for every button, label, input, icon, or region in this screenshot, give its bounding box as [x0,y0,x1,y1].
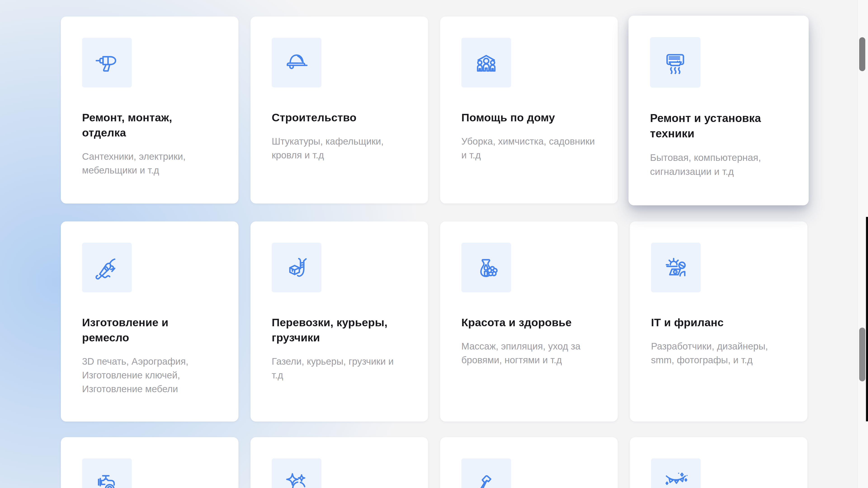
card-subtitle: Газели, курьеры, грузчики и т.д [272,355,407,382]
card-subtitle: Бытовая, компьютерная, сигнализации и т.… [650,151,787,178]
category-card-beauty-health[interactable]: Красота и здоровье Массаж, эпиляция, ухо… [440,221,618,422]
card-subtitle: Сантехники, электрики, мебельщики и т.д [82,150,217,177]
aroma-lamp-icon [473,254,500,281]
category-card-crafts[interactable]: Изготовление и ремесло 3D печать, Аэрогр… [61,221,239,422]
pen-3d-icon [94,254,120,281]
drill-icon [94,49,120,76]
card-title: Помощь по дому [461,110,596,125]
card-title: Красота и здоровье [461,315,596,330]
hard-hat-icon [283,49,310,76]
hand-truck-icon [283,254,310,281]
card-title: Перевозки, курьеры, грузчики [272,315,407,345]
screen-edge-dark-strip [866,217,868,421]
icon-tile [651,458,701,488]
category-card-repair-finishing[interactable]: Ремонт, монтаж, отделка Сантехники, элек… [61,17,239,203]
card-title: Ремонт и установка техники [650,110,787,141]
card-subtitle: Разработчики, дизайнеры, smm, фотографы,… [651,339,786,367]
party-garland-icon [662,470,689,488]
laptop-sun-icon [662,254,689,281]
card-title: IT и фриланс [651,315,786,330]
category-card-it-freelance[interactable]: IT и фриланс Разработчики, дизайнеры, sm… [630,221,807,422]
page-scrollbar-thumb[interactable] [859,37,865,71]
category-card-household-help[interactable]: Помощь по дому Уборка, химчистка, садовн… [440,17,618,203]
category-card-partial-4[interactable] [630,437,807,488]
cleaning-sparkles-icon [283,470,310,488]
icon-tile [461,38,511,88]
icon-tile [461,242,511,292]
air-conditioner-icon [662,49,689,76]
icon-tile [651,242,701,292]
pipe-valve-icon [94,470,120,488]
icon-tile [461,458,511,488]
family-home-icon [473,49,500,76]
category-card-construction[interactable]: Строительство Штукатуры, кафельщики, кро… [250,17,428,203]
grid-row-2: Изготовление и ремесло 3D печать, Аэрогр… [61,221,868,422]
icon-tile [272,242,321,292]
card-subtitle: Уборка, химчистка, садовники и т.д [461,134,596,162]
card-subtitle: Штукатуры, кафельщики, кровля и т.д [272,134,407,162]
icon-tile [272,458,321,488]
icon-tile [650,37,701,88]
category-card-transport-couriers[interactable]: Перевозки, курьеры, грузчики Газели, кур… [250,221,428,422]
hammer-icon [473,470,500,488]
grid-row-1: Ремонт, монтаж, отделка Сантехники, элек… [61,17,868,203]
card-subtitle: Массаж, эпиляция, уход за бровями, ногтя… [461,339,596,367]
card-title: Изготовление и ремесло [82,315,217,345]
icon-tile [82,458,132,488]
card-subtitle: 3D печать, Аэрография, Изготовление ключ… [82,355,217,396]
icon-tile [82,242,132,292]
category-card-partial-3[interactable] [440,437,618,488]
icon-tile [272,38,321,88]
category-card-appliance-repair[interactable]: Ремонт и установка техники Бытовая, комп… [628,15,809,205]
category-card-partial-2[interactable] [250,437,428,488]
card-title: Строительство [272,110,407,125]
secondary-scrollbar-thumb[interactable] [859,328,865,381]
grid-row-3 [61,437,868,488]
categories-grid: Ремонт, монтаж, отделка Сантехники, элек… [0,0,868,488]
category-card-partial-1[interactable] [61,437,239,488]
card-title: Ремонт, монтаж, отделка [82,110,217,140]
icon-tile [82,38,132,88]
